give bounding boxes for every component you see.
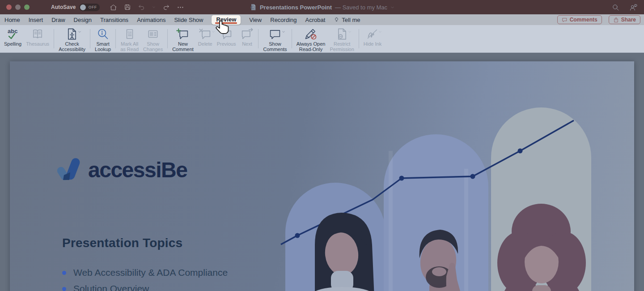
spelling-icon: abc — [6, 28, 20, 40]
always-open-read-only-icon — [304, 28, 318, 40]
active-tab-underline — [215, 22, 237, 24]
tab-home[interactable]: Home — [4, 17, 20, 23]
delete-comment-icon — [199, 28, 212, 40]
chart-point — [518, 149, 523, 154]
document-title: Presentations PowerPoint — [260, 4, 332, 11]
slide-bullet-item[interactable]: Solution Overview — [62, 283, 149, 291]
mark-all-as-read-button[interactable]: Mark Allas Read — [118, 26, 141, 52]
tab-draw[interactable]: Draw — [51, 17, 65, 23]
hide-ink-button[interactable]: Hide Ink — [361, 26, 384, 52]
spelling-button[interactable]: abc Spelling — [2, 26, 24, 52]
slide-bullet-item[interactable]: Web Accessibility & ADA Compliance — [62, 267, 228, 278]
check-accessibility-button[interactable]: CheckAccessibility — [56, 26, 88, 52]
tab-review[interactable]: Review — [212, 15, 241, 25]
ribbon-review: abc Spelling Thesaurus CheckAccessibilit… — [0, 25, 644, 53]
save-icon[interactable] — [124, 4, 131, 11]
tab-animations[interactable]: Animations — [137, 17, 165, 23]
share-button[interactable]: Share — [609, 15, 640, 24]
thesaurus-button[interactable]: Thesaurus — [24, 26, 51, 52]
always-open-read-only-button[interactable]: Always OpenRead-Only — [294, 26, 328, 52]
zoom-window-button[interactable] — [24, 4, 30, 10]
tab-view[interactable]: View — [249, 17, 262, 23]
bullet-dot — [62, 287, 66, 291]
autosave-label: AutoSave — [51, 4, 76, 10]
undo-caret-icon — [152, 5, 156, 9]
slide-workspace: accessiBe Presentation Topics Web Access… — [0, 53, 644, 291]
ribbon-group-divider — [115, 29, 116, 48]
accessibe-logo-text: accessiBe — [88, 158, 187, 182]
dropdown-caret-icon — [348, 30, 352, 34]
mark-all-as-read-icon — [123, 28, 136, 40]
faint-bar — [389, 151, 393, 291]
titlebar: AutoSave OFF Presentations PowerPoint — … — [0, 0, 644, 14]
restrict-permission-icon — [336, 28, 348, 40]
autosave-toggle-knob — [80, 4, 86, 10]
home-icon[interactable] — [110, 4, 117, 11]
document-save-status[interactable]: — Saved to my Mac — [335, 4, 387, 11]
previous-comment-button[interactable]: Previous — [215, 26, 238, 52]
dropdown-caret-icon — [378, 30, 382, 34]
new-comment-button[interactable]: NewComment — [170, 26, 196, 52]
check-accessibility-icon — [66, 28, 78, 40]
autosave-toggle[interactable]: OFF — [79, 4, 100, 11]
hide-ink-icon — [366, 28, 379, 40]
more-options-icon[interactable] — [177, 4, 184, 11]
tab-transitions[interactable]: Transitions — [100, 17, 128, 23]
smart-lookup-button[interactable]: SmartLookup — [93, 26, 113, 52]
share-icon — [613, 17, 619, 23]
ribbon-group-divider — [258, 29, 258, 48]
ribbon-group-divider — [90, 29, 90, 48]
smart-lookup-icon — [97, 28, 109, 40]
accessibe-logo-mark-icon — [57, 157, 82, 183]
tab-acrobat[interactable]: Acrobat — [305, 17, 326, 23]
new-comment-icon — [176, 28, 190, 40]
thesaurus-book-icon — [31, 28, 44, 40]
slide-artwork-people-growth-chart[interactable] — [278, 61, 634, 291]
restrict-permission-button[interactable]: RestrictPermission — [327, 26, 356, 52]
svg-text:abc: abc — [8, 28, 17, 34]
chart-point — [295, 233, 300, 238]
tell-me-button[interactable]: Tell me — [334, 17, 360, 23]
ribbon-group-divider — [54, 29, 54, 48]
chart-point — [399, 176, 404, 181]
chart-point — [470, 174, 475, 179]
slide-heading[interactable]: Presentation Topics — [62, 236, 182, 250]
accessibe-logo[interactable]: accessiBe — [57, 157, 187, 183]
tab-recording[interactable]: Recording — [270, 17, 297, 23]
dropdown-caret-icon — [78, 30, 81, 34]
title-caret-icon — [390, 5, 394, 9]
traffic-lights — [6, 4, 30, 10]
redo-icon[interactable] — [162, 4, 170, 11]
bullet-dot — [62, 271, 66, 275]
next-comment-button[interactable]: Next — [238, 26, 256, 52]
profile-icon[interactable] — [629, 4, 638, 11]
ribbon-tab-row: Home Insert Draw Design Transitions Anim… — [0, 14, 644, 25]
show-comments-icon — [268, 28, 282, 40]
autosave-state: OFF — [89, 5, 97, 9]
delete-comment-button[interactable]: Delete — [196, 26, 215, 52]
comments-button[interactable]: Comments — [557, 15, 602, 24]
search-icon[interactable] — [612, 4, 619, 11]
close-window-button[interactable] — [6, 4, 12, 10]
faint-bar — [464, 169, 468, 291]
undo-icon — [138, 4, 145, 11]
next-comment-icon — [240, 28, 254, 40]
powerpoint-doc-icon — [250, 4, 257, 11]
show-changes-button[interactable]: ShowChanges — [141, 26, 165, 52]
tab-insert[interactable]: Insert — [29, 17, 43, 23]
show-comments-button[interactable]: ShowComments — [261, 26, 289, 52]
tab-slide-show[interactable]: Slide Show — [174, 17, 203, 23]
comment-bubble-icon — [562, 17, 568, 23]
tab-design[interactable]: Design — [74, 17, 92, 23]
previous-comment-icon — [220, 28, 233, 40]
ribbon-group-divider — [359, 29, 359, 48]
minimize-window-button[interactable] — [15, 4, 21, 10]
slide-canvas[interactable]: accessiBe Presentation Topics Web Access… — [10, 61, 634, 291]
lightbulb-icon — [334, 17, 339, 23]
show-changes-icon — [147, 28, 159, 40]
dropdown-caret-icon — [282, 30, 285, 34]
ribbon-group-divider — [167, 29, 168, 48]
ribbon-group-divider — [292, 29, 292, 48]
